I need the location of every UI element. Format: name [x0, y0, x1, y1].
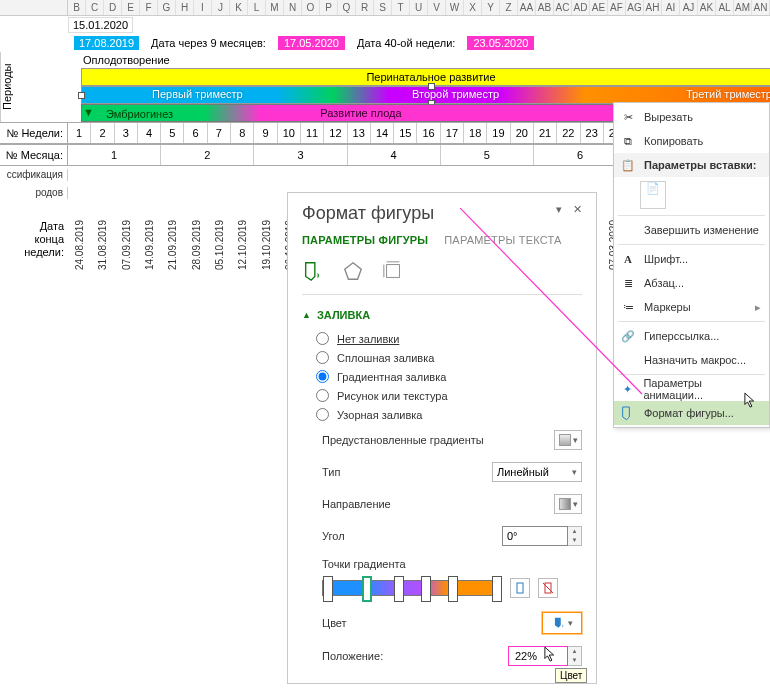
mi-format-shape[interactable]: Формат фигуры... — [614, 401, 769, 425]
col-AH[interactable]: AH — [644, 0, 662, 15]
col-I[interactable]: I — [194, 0, 212, 15]
mi-macro[interactable]: Назначить макрос... — [614, 348, 769, 372]
pane-title: Формат фигуры — [302, 203, 582, 224]
col-O[interactable]: O — [302, 0, 320, 15]
label-stops: Точки градиента — [322, 558, 582, 570]
svg-rect-1 — [387, 265, 400, 278]
mi-anim[interactable]: ✦Параметры анимации... — [614, 377, 769, 401]
position-spinner[interactable]: ▲▼ — [568, 646, 582, 666]
mi-bullets[interactable]: ≔Маркеры▸ — [614, 295, 769, 319]
week-cell: 19 — [487, 123, 510, 143]
date-top[interactable]: 15.01.2020 — [68, 17, 133, 33]
col-F[interactable]: F — [140, 0, 158, 15]
col-L[interactable]: L — [248, 0, 266, 15]
col-V[interactable]: V — [428, 0, 446, 15]
direction-dd[interactable]: ▾ — [554, 494, 582, 514]
color-picker-button[interactable]: ▾ — [542, 612, 582, 634]
week-cell: 22 — [557, 123, 580, 143]
col-Z[interactable]: Z — [500, 0, 518, 15]
col-Q[interactable]: Q — [338, 0, 356, 15]
col-T[interactable]: T — [392, 0, 410, 15]
col-N[interactable]: N — [284, 0, 302, 15]
col-W[interactable]: W — [446, 0, 464, 15]
mi-para[interactable]: ≣Абзац... — [614, 271, 769, 295]
tab-text-options[interactable]: ПАРАМЕТРЫ ТЕКСТА — [444, 234, 561, 246]
position-input[interactable]: 22% — [508, 646, 568, 666]
mi-font[interactable]: AШрифт... — [614, 247, 769, 271]
pane-close-icon[interactable]: ✕ — [569, 203, 586, 215]
col-AB[interactable]: AB — [536, 0, 554, 15]
fill-radio-group: Нет заливки Сплошная заливка Градиентная… — [302, 329, 582, 424]
week-cell: 16 — [417, 123, 440, 143]
preset-gradient-dd[interactable]: ▾ — [554, 430, 582, 450]
label-angle: Угол — [322, 530, 502, 542]
col-AE[interactable]: AE — [590, 0, 608, 15]
size-props-icon[interactable] — [382, 260, 404, 284]
gradient-track[interactable] — [322, 580, 502, 596]
section-fill[interactable]: ЗАЛИВКА — [302, 309, 582, 321]
angle-input[interactable]: 0° — [502, 526, 568, 546]
col-B[interactable]: B — [68, 0, 86, 15]
mi-cut[interactable]: ✂Вырезать — [614, 105, 769, 129]
week-cell: 3 — [115, 123, 138, 143]
format-icon — [618, 404, 638, 422]
col-AG[interactable]: AG — [626, 0, 644, 15]
font-icon: A — [618, 250, 638, 268]
week-end-date: 07.09.2019 — [115, 220, 138, 272]
add-stop-button[interactable] — [510, 578, 530, 598]
label-color: Цвет — [322, 617, 542, 629]
date-blue[interactable]: 17.08.2019 — [74, 36, 139, 50]
col-AA[interactable]: AA — [518, 0, 536, 15]
mi-finish[interactable]: Завершить изменение — [614, 218, 769, 242]
col-AM[interactable]: AM — [734, 0, 752, 15]
pane-menu-icon[interactable]: ▾ — [552, 203, 566, 215]
paste-option[interactable]: 📄 — [640, 181, 666, 209]
angle-spinner[interactable]: ▲▼ — [568, 526, 582, 546]
col-D[interactable]: D — [104, 0, 122, 15]
radio-solid-fill[interactable]: Сплошная заливка — [302, 348, 582, 367]
col-AD[interactable]: AD — [572, 0, 590, 15]
col-C[interactable]: C — [86, 0, 104, 15]
col-AK[interactable]: AK — [698, 0, 716, 15]
label-direction: Направление — [322, 498, 554, 510]
week-cell: 1 — [68, 123, 91, 143]
col-P[interactable]: P — [320, 0, 338, 15]
col-J[interactable]: J — [212, 0, 230, 15]
tab-shape-options[interactable]: ПАРАМЕТРЫ ФИГУРЫ — [302, 234, 428, 246]
effects-icon[interactable] — [342, 260, 364, 284]
week-cell: 20 — [511, 123, 534, 143]
week-end-date: 05.10.2019 — [208, 220, 231, 272]
radio-picture-fill[interactable]: Рисунок или текстура — [302, 386, 582, 405]
col-H[interactable]: H — [176, 0, 194, 15]
mi-copy[interactable]: ⧉Копировать — [614, 129, 769, 153]
col-U[interactable]: U — [410, 0, 428, 15]
col-AJ[interactable]: AJ — [680, 0, 698, 15]
col-M[interactable]: M — [266, 0, 284, 15]
perinatal-bar[interactable]: Перинатальное развитие — [81, 68, 770, 86]
radio-pattern-fill[interactable]: Узорная заливка — [302, 405, 582, 424]
type-dropdown[interactable]: Линейный — [492, 462, 582, 482]
week-end-date: 14.09.2019 — [138, 220, 161, 272]
col-R[interactable]: R — [356, 0, 374, 15]
label-preset: Предустановленные градиенты — [322, 434, 554, 446]
col-AC[interactable]: AC — [554, 0, 572, 15]
mi-hyper[interactable]: 🔗Гиперссылка... — [614, 324, 769, 348]
col-AF[interactable]: AF — [608, 0, 626, 15]
col-K[interactable]: K — [230, 0, 248, 15]
col-E[interactable]: E — [122, 0, 140, 15]
col-S[interactable]: S — [374, 0, 392, 15]
col-Y[interactable]: Y — [482, 0, 500, 15]
col-G[interactable]: G — [158, 0, 176, 15]
radio-no-fill[interactable]: Нет заливки — [302, 329, 582, 348]
week-cell: 17 — [441, 123, 464, 143]
col-AL[interactable]: AL — [716, 0, 734, 15]
remove-stop-button[interactable] — [538, 578, 558, 598]
fill-line-icon[interactable] — [302, 260, 324, 284]
week-end-date: 12.10.2019 — [231, 220, 254, 272]
month-cell: 2 — [161, 145, 254, 165]
col-X[interactable]: X — [464, 0, 482, 15]
col-AI[interactable]: AI — [662, 0, 680, 15]
radio-gradient-fill[interactable]: Градиентная заливка — [302, 367, 582, 386]
development-bar[interactable]: Эмбриогинез Развитие плода — [81, 104, 641, 122]
col-AN[interactable]: AN — [752, 0, 770, 15]
